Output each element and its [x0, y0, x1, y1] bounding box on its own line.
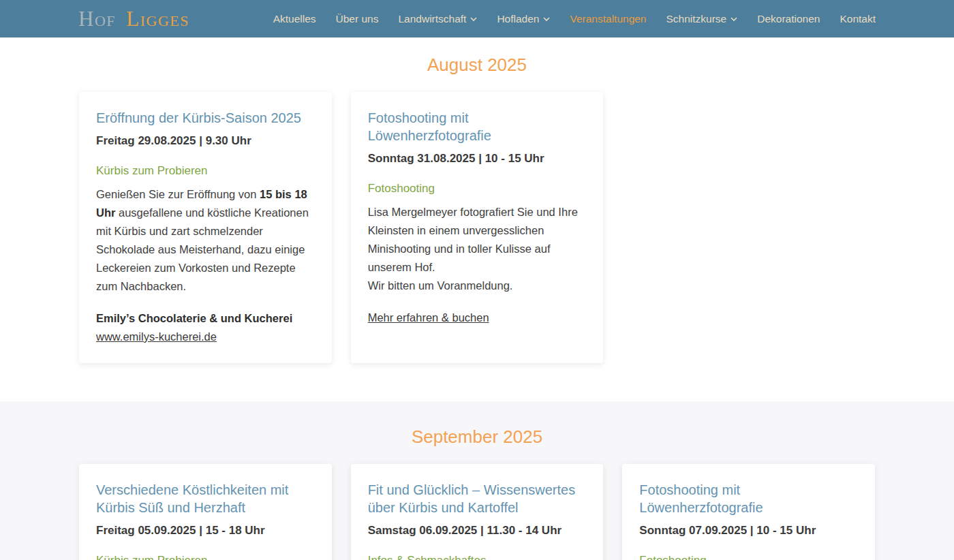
event-vendor-link[interactable]: www.emilys-kucherei.de [96, 328, 217, 346]
nav-item-label: Schnitzkurse [666, 13, 727, 25]
event-category: Kürbis zum Probieren [96, 553, 315, 560]
section-august: August 2025 Eröffnung der Kürbis-Saison … [0, 37, 954, 401]
event-date: Samstag 06.09.2025 | 11.30 - 14 Uhr [368, 523, 587, 538]
nav-item-label: Aktuelles [273, 13, 316, 25]
chevron-down-icon [730, 17, 737, 22]
chevron-down-icon [543, 17, 550, 22]
event-title: Verschiedene Köstlichkeiten mit Kürbis S… [96, 481, 315, 516]
nav-item-label: Kontakt [840, 13, 876, 25]
nav-item-label: Landwirtschaft [398, 13, 466, 25]
nav-item-label: Dekorationen [757, 13, 820, 25]
nav-item-aktuelles[interactable]: Aktuelles [273, 13, 316, 25]
month-heading-september: September 2025 [0, 426, 954, 448]
event-category: Kürbis zum Probieren [96, 164, 315, 178]
event-title: Eröffnung der Kürbis-Saison 2025 [96, 109, 315, 127]
nav-item-ueber-uns[interactable]: Über uns [336, 13, 379, 25]
logo-word-hof: Hof [78, 7, 116, 31]
event-category: Infos & Schmackhaftes [368, 553, 587, 560]
month-heading-august: August 2025 [0, 54, 954, 76]
nav-item-label: Über uns [336, 13, 379, 25]
event-grid-september: Verschiedene Köstlichkeiten mit Kürbis S… [79, 464, 875, 560]
event-vendor: Emily’s Chocolaterie & und Kucherei [96, 309, 315, 328]
event-date: Sonntag 31.08.2025 | 10 - 15 Uhr [368, 151, 587, 166]
event-title: Fit und Glücklich – Wissenswertes über K… [368, 481, 587, 516]
event-grid-august: Eröffnung der Kürbis-Saison 2025Freitag … [79, 92, 875, 363]
nav-item-landwirtschaft[interactable]: Landwirtschaft [398, 13, 477, 25]
nav-item-veranstaltungen[interactable]: Veranstaltungen [570, 13, 646, 25]
event-title: Fotoshooting mit Löwenherzfotografie [368, 109, 587, 144]
logo-word-ligges: Ligges [126, 7, 189, 31]
nav-item-label: Hofladen [497, 13, 539, 25]
event-card: Eröffnung der Kürbis-Saison 2025Freitag … [79, 92, 332, 363]
event-card: Fotoshooting mit LöwenherzfotografieSonn… [622, 464, 875, 560]
event-more-link[interactable]: Mehr erfahren & buchen [368, 309, 489, 327]
top-nav: Hof Ligges AktuellesÜber unsLandwirtscha… [0, 0, 954, 37]
event-category: Fotoshooting [639, 553, 858, 560]
event-description: Lisa Mergelmeyer fotografiert Sie und Ih… [368, 203, 587, 295]
event-description: Genießen Sie zur Eröffnung von 15 bis 18… [96, 185, 315, 296]
main-content: August 2025 Eröffnung der Kürbis-Saison … [0, 37, 954, 560]
section-september: September 2025 Verschiedene Köstlichkeit… [0, 401, 954, 560]
event-date: Freitag 05.09.2025 | 15 - 18 Uhr [96, 523, 315, 538]
event-card: Verschiedene Köstlichkeiten mit Kürbis S… [79, 464, 332, 560]
event-date: Freitag 29.08.2025 | 9.30 Uhr [96, 134, 315, 149]
event-card: Fit und Glücklich – Wissenswertes über K… [351, 464, 604, 560]
nav-menu: AktuellesÜber unsLandwirtschaftHofladenV… [273, 13, 876, 25]
event-category: Fotoshooting [368, 181, 587, 196]
nav-item-hofladen[interactable]: Hofladen [497, 13, 550, 25]
chevron-down-icon [470, 17, 477, 22]
nav-item-kontakt[interactable]: Kontakt [840, 13, 876, 25]
site-logo[interactable]: Hof Ligges [78, 8, 189, 29]
event-title: Fotoshooting mit Löwenherzfotografie [639, 481, 858, 516]
event-card: Fotoshooting mit LöwenherzfotografieSonn… [351, 92, 604, 363]
nav-item-label: Veranstaltungen [570, 13, 646, 25]
nav-item-schnitzkurse[interactable]: Schnitzkurse [666, 13, 738, 25]
event-date: Sonntag 07.09.2025 | 10 - 15 Uhr [639, 523, 858, 538]
nav-item-dekorationen[interactable]: Dekorationen [757, 13, 820, 25]
